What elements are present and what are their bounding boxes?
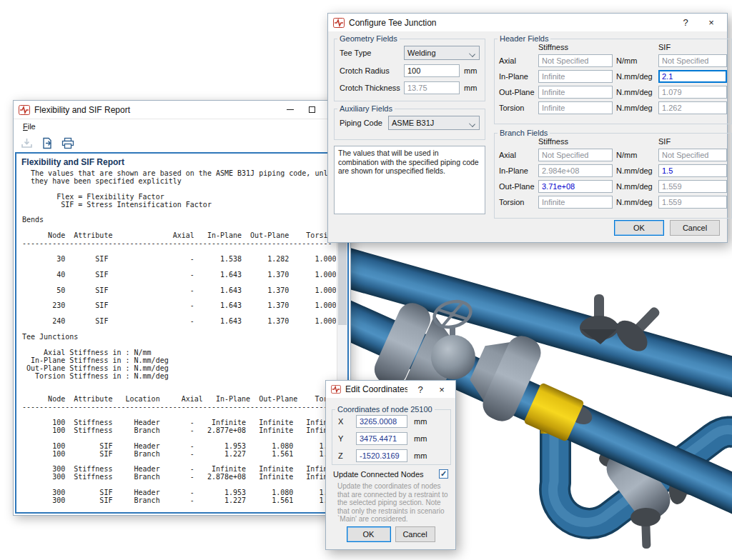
report-content: Flexibility and SIF Report The values th… (15, 152, 349, 514)
header-outplane-sif-input[interactable] (658, 86, 727, 99)
menubar: File (14, 119, 350, 134)
y-coordinate-input[interactable] (356, 432, 407, 445)
z-label: Z (338, 451, 350, 460)
branch-torsion-sif-input[interactable] (658, 196, 727, 209)
header-outplane-stiffness-input[interactable] (538, 86, 613, 99)
update-connected-nodes-checkbox[interactable] (439, 469, 448, 479)
branch-outplane-stiffness-input[interactable] (538, 180, 613, 193)
y-label: Y (338, 434, 350, 443)
report-titlebar[interactable]: Flexibility and SIF Report (14, 101, 350, 119)
piping-code-label: Piping Code (340, 119, 384, 127)
sif-column-header: SIF (658, 137, 727, 146)
piping-code-info-text: The values that will be used in combinat… (334, 146, 485, 214)
report-window: Flexibility and SIF Report File (13, 100, 351, 516)
branch-inplane-sif-input[interactable] (658, 164, 727, 177)
clamp-pin-down (630, 507, 662, 549)
update-connected-nodes-label: Update Connected Nodes (333, 470, 424, 479)
ok-button[interactable]: OK (347, 526, 391, 542)
update-help-text: Update the coordinates of nodes that are… (337, 482, 449, 524)
report-window-title: Flexibility and SIF Report (34, 105, 275, 115)
cancel-button[interactable]: Cancel (670, 220, 720, 236)
header-axial-stiffness-input[interactable] (538, 54, 613, 67)
tee-type-select[interactable]: Welding (404, 46, 480, 60)
piping-code-select[interactable]: ASME B31J (388, 116, 480, 130)
export-icon (41, 137, 54, 149)
x-coordinate-input[interactable] (356, 415, 407, 428)
close-button[interactable]: × (701, 14, 722, 31)
report-heading: Flexibility and SIF Report (16, 154, 347, 169)
app-icon (19, 105, 30, 115)
report-text: The values that are shown are based on t… (16, 169, 336, 505)
z-coordinate-input[interactable] (356, 449, 407, 462)
chevron-down-icon (469, 51, 475, 57)
branch-inplane-stiffness-input[interactable] (538, 164, 613, 177)
minimize-button[interactable] (280, 101, 301, 119)
branch-fields-group: Branch Fields Stiffness SIF Axial N/mm I… (494, 129, 732, 219)
help-button[interactable]: ? (412, 381, 429, 398)
edit-coordinates-dialog: Edit Coordinates ? × Coordinates of node… (325, 380, 456, 550)
coords-titlebar[interactable]: Edit Coordinates ? × (326, 381, 455, 398)
stiffness-column-header: Stiffness (538, 137, 613, 146)
dialog-title: Configure Tee Junction (349, 18, 671, 28)
crotch-radius-input[interactable] (404, 64, 460, 77)
auxiliary-fields-group: Auxiliary Fields Piping Code ASME B31J (334, 104, 485, 140)
crotch-radius-label: Crotch Radius (340, 66, 400, 75)
branch-outplane-sif-input[interactable] (658, 180, 727, 193)
print-report-button[interactable] (61, 136, 75, 150)
print-icon (61, 137, 74, 149)
save-icon (21, 137, 33, 149)
app-icon (333, 18, 345, 28)
header-inplane-stiffness-input[interactable] (538, 70, 613, 83)
branch-axial-stiffness-input[interactable] (538, 149, 613, 161)
crotch-thickness-input[interactable] (404, 81, 460, 94)
maximize-button[interactable] (301, 101, 322, 119)
cancel-button[interactable]: Cancel (395, 526, 435, 542)
sif-column-header: SIF (658, 43, 727, 51)
ok-button[interactable]: OK (614, 220, 664, 236)
menu-file[interactable]: File (20, 121, 39, 131)
save-report-button[interactable] (19, 136, 34, 150)
chevron-down-icon (469, 121, 475, 127)
export-report-button[interactable] (40, 136, 54, 150)
header-torsion-sif-input[interactable] (658, 101, 727, 114)
header-fields-group: Header Fields Stiffness SIF Axial N/mm I… (494, 34, 732, 124)
ball-valve-body (431, 335, 475, 379)
crotch-thickness-label: Crotch Thickness (340, 84, 400, 92)
report-toolbar (14, 134, 350, 152)
header-inplane-sif-input[interactable] (658, 70, 727, 83)
x-label: X (338, 417, 350, 426)
branch-axial-sif-input[interactable] (658, 149, 727, 161)
branch-torsion-stiffness-input[interactable] (538, 196, 613, 209)
minimize-icon (287, 109, 294, 110)
configure-titlebar[interactable]: Configure Tee Junction ? × (328, 14, 727, 31)
geometry-fields-group: Geometry Fields Tee Type Welding Crotch … (334, 34, 485, 101)
coordinates-group: Coordinates of node 25100 X mm Y mm Z mm (332, 405, 451, 465)
stiffness-column-header: Stiffness (538, 43, 613, 51)
tee-type-label: Tee Type (340, 49, 400, 57)
dialog-title: Edit Coordinates (345, 384, 407, 394)
app-icon (331, 385, 341, 394)
help-button[interactable]: ? (675, 14, 696, 31)
configure-tee-junction-dialog: Configure Tee Junction ? × Geometry Fiel… (327, 13, 728, 243)
header-axial-sif-input[interactable] (658, 54, 727, 67)
maximize-icon (309, 106, 315, 113)
header-torsion-stiffness-input[interactable] (538, 101, 613, 114)
close-button[interactable]: × (433, 381, 450, 398)
